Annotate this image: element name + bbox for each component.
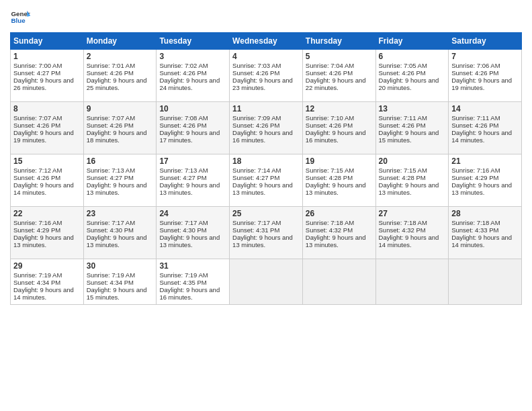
weekday-header-saturday: Saturday: [449, 33, 522, 50]
weekday-header-monday: Monday: [83, 33, 157, 50]
day-number: 17: [159, 156, 226, 166]
calendar-cell: 27 Sunrise: 7:18 AM Sunset: 4:32 PM Dayl…: [375, 207, 449, 259]
sunset-label: Sunset: 4:34 PM: [87, 279, 134, 286]
sunset-label: Sunset: 4:30 PM: [87, 226, 134, 234]
sunrise-label: Sunrise: 7:19 AM: [87, 271, 135, 279]
calendar: SundayMondayTuesdayWednesdayThursdayFrid…: [10, 32, 522, 305]
sunset-label: Sunset: 4:27 PM: [13, 69, 60, 77]
day-number: 29: [13, 261, 81, 271]
daylight-label: Daylight: 9 hours and 26 minutes.: [13, 77, 74, 91]
daylight-label: Daylight: 9 hours and 16 minutes.: [232, 129, 293, 144]
calendar-cell: [449, 259, 522, 305]
sunrise-label: Sunrise: 7:16 AM: [13, 219, 62, 226]
sunset-label: Sunset: 4:29 PM: [451, 174, 498, 181]
sunrise-label: Sunrise: 7:13 AM: [87, 167, 135, 174]
daylight-label: Daylight: 9 hours and 16 minutes.: [159, 286, 220, 301]
daylight-label: Daylight: 9 hours and 19 minutes.: [13, 129, 74, 144]
day-number: 23: [87, 209, 154, 218]
sunset-label: Sunset: 4:26 PM: [159, 122, 206, 129]
calendar-cell: 7 Sunrise: 7:06 AM Sunset: 4:26 PM Dayli…: [449, 50, 522, 102]
sunrise-label: Sunrise: 7:18 AM: [379, 219, 427, 226]
sunrise-label: Sunrise: 7:10 AM: [306, 114, 354, 122]
calendar-cell: 15 Sunrise: 7:12 AM Sunset: 4:26 PM Dayl…: [11, 154, 84, 207]
sunset-label: Sunset: 4:30 PM: [159, 226, 206, 234]
daylight-label: Daylight: 9 hours and 13 minutes.: [159, 234, 220, 248]
svg-text:Blue: Blue: [11, 17, 26, 24]
calendar-cell: 5 Sunrise: 7:04 AM Sunset: 4:26 PM Dayli…: [302, 50, 375, 102]
sunrise-label: Sunrise: 7:18 AM: [306, 219, 354, 226]
daylight-label: Daylight: 9 hours and 23 minutes.: [232, 77, 293, 91]
sunset-label: Sunset: 4:26 PM: [379, 122, 426, 129]
calendar-cell: 3 Sunrise: 7:02 AM Sunset: 4:26 PM Dayli…: [157, 50, 230, 102]
daylight-label: Daylight: 9 hours and 13 minutes.: [306, 181, 366, 196]
calendar-cell: 19 Sunrise: 7:15 AM Sunset: 4:28 PM Dayl…: [302, 154, 375, 207]
calendar-cell: 25 Sunrise: 7:17 AM Sunset: 4:31 PM Dayl…: [230, 207, 303, 259]
day-number: 12: [306, 104, 373, 113]
daylight-label: Daylight: 9 hours and 13 minutes.: [87, 234, 147, 248]
weekday-header-tuesday: Tuesday: [157, 33, 230, 50]
sunrise-label: Sunrise: 7:07 AM: [87, 114, 135, 122]
sunset-label: Sunset: 4:31 PM: [232, 226, 279, 234]
calendar-cell: 1 Sunrise: 7:00 AM Sunset: 4:27 PM Dayli…: [11, 50, 84, 102]
daylight-label: Daylight: 9 hours and 14 minutes.: [451, 129, 512, 144]
daylight-label: Daylight: 9 hours and 13 minutes.: [232, 181, 293, 196]
calendar-cell: 9 Sunrise: 7:07 AM Sunset: 4:26 PM Dayli…: [83, 102, 157, 154]
day-number: 1: [13, 52, 81, 61]
day-number: 26: [306, 209, 373, 218]
daylight-label: Daylight: 9 hours and 13 minutes.: [451, 181, 512, 196]
sunset-label: Sunset: 4:26 PM: [159, 69, 206, 77]
day-number: 24: [159, 209, 226, 218]
sunrise-label: Sunrise: 7:09 AM: [232, 114, 281, 122]
day-number: 3: [159, 52, 226, 61]
calendar-cell: 4 Sunrise: 7:03 AM Sunset: 4:26 PM Dayli…: [230, 50, 303, 102]
day-number: 10: [159, 104, 226, 113]
sunrise-label: Sunrise: 7:00 AM: [13, 62, 62, 69]
sunset-label: Sunset: 4:34 PM: [13, 279, 60, 286]
calendar-cell: 13 Sunrise: 7:11 AM Sunset: 4:26 PM Dayl…: [375, 102, 449, 154]
daylight-label: Daylight: 9 hours and 15 minutes.: [87, 286, 147, 301]
logo-icon: General Blue: [10, 7, 30, 27]
calendar-cell: 23 Sunrise: 7:17 AM Sunset: 4:30 PM Dayl…: [83, 207, 157, 259]
calendar-cell: 17 Sunrise: 7:13 AM Sunset: 4:27 PM Dayl…: [157, 154, 230, 207]
sunset-label: Sunset: 4:26 PM: [379, 69, 426, 77]
day-number: 30: [87, 261, 154, 271]
sunset-label: Sunset: 4:32 PM: [379, 226, 426, 234]
daylight-label: Daylight: 9 hours and 14 minutes.: [451, 234, 512, 248]
daylight-label: Daylight: 9 hours and 14 minutes.: [379, 234, 439, 248]
sunset-label: Sunset: 4:26 PM: [306, 122, 353, 129]
daylight-label: Daylight: 9 hours and 14 minutes.: [13, 286, 74, 301]
calendar-cell: 16 Sunrise: 7:13 AM Sunset: 4:27 PM Dayl…: [83, 154, 157, 207]
sunrise-label: Sunrise: 7:19 AM: [159, 271, 208, 279]
sunset-label: Sunset: 4:27 PM: [232, 174, 279, 181]
sunrise-label: Sunrise: 7:06 AM: [451, 62, 500, 69]
sunset-label: Sunset: 4:26 PM: [232, 69, 279, 77]
day-number: 9: [87, 104, 154, 113]
daylight-label: Daylight: 9 hours and 15 minutes.: [379, 129, 439, 144]
calendar-cell: 21 Sunrise: 7:16 AM Sunset: 4:29 PM Dayl…: [449, 154, 522, 207]
sunrise-label: Sunrise: 7:11 AM: [379, 114, 427, 122]
sunrise-label: Sunrise: 7:17 AM: [87, 219, 135, 226]
sunrise-label: Sunrise: 7:12 AM: [13, 167, 62, 174]
calendar-cell: 8 Sunrise: 7:07 AM Sunset: 4:26 PM Dayli…: [11, 102, 84, 154]
sunrise-label: Sunrise: 7:15 AM: [306, 167, 354, 174]
day-number: 16: [87, 156, 154, 166]
day-number: 2: [87, 52, 154, 61]
daylight-label: Daylight: 9 hours and 22 minutes.: [306, 77, 366, 91]
daylight-label: Daylight: 9 hours and 13 minutes.: [379, 181, 439, 196]
sunset-label: Sunset: 4:26 PM: [13, 122, 60, 129]
sunrise-label: Sunrise: 7:18 AM: [451, 219, 500, 226]
calendar-cell: 10 Sunrise: 7:08 AM Sunset: 4:26 PM Dayl…: [157, 102, 230, 154]
calendar-cell: [375, 259, 449, 305]
daylight-label: Daylight: 9 hours and 25 minutes.: [87, 77, 147, 91]
daylight-label: Daylight: 9 hours and 13 minutes.: [232, 234, 293, 248]
sunset-label: Sunset: 4:28 PM: [379, 174, 426, 181]
daylight-label: Daylight: 9 hours and 24 minutes.: [159, 77, 220, 91]
sunrise-label: Sunrise: 7:05 AM: [379, 62, 427, 69]
calendar-cell: 30 Sunrise: 7:19 AM Sunset: 4:34 PM Dayl…: [83, 259, 157, 305]
sunset-label: Sunset: 4:32 PM: [306, 226, 353, 234]
day-number: 6: [379, 52, 446, 61]
calendar-cell: [302, 259, 375, 305]
weekday-header-thursday: Thursday: [302, 33, 375, 50]
daylight-label: Daylight: 9 hours and 18 minutes.: [87, 129, 147, 144]
day-number: 19: [306, 156, 373, 166]
